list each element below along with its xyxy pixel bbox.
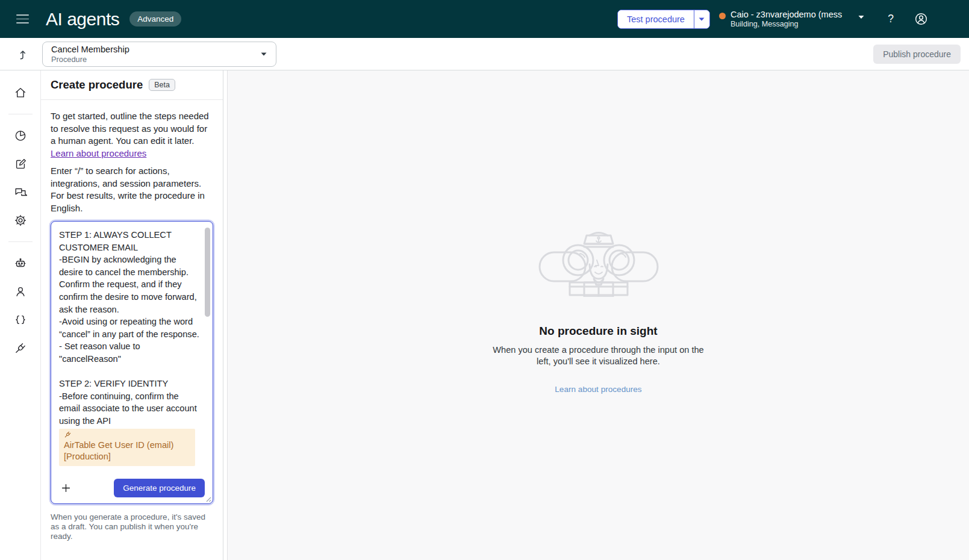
- icon-rail: [0, 70, 41, 560]
- account-subtitle: Building, Messaging: [731, 20, 842, 29]
- account-name: Caio - z3nvarejodemo (mess: [731, 9, 842, 20]
- settings-gear-icon[interactable]: [13, 213, 28, 228]
- empty-state: No procedure in sight When you create a …: [487, 226, 711, 394]
- procedure-canvas: No procedure in sight When you create a …: [227, 70, 969, 560]
- topbar-right: Test procedure Caio - z3nvarejodemo (mes…: [617, 9, 928, 29]
- hamburger-menu-icon[interactable]: [16, 14, 29, 23]
- procedure-editor[interactable]: STEP 1: ALWAYS COLLECT CUSTOMER EMAIL -B…: [51, 221, 213, 504]
- back-arrow-button[interactable]: [16, 48, 29, 61]
- test-procedure-caret[interactable]: [694, 10, 709, 28]
- procedure-name: Cancel Membership: [51, 44, 129, 55]
- plus-icon: [60, 482, 72, 494]
- user-icon[interactable]: [13, 284, 28, 299]
- airtable-chip-label: AirTable Get User ID (email) [Production…: [64, 440, 173, 461]
- test-procedure-button[interactable]: Test procedure: [618, 10, 694, 28]
- chevron-down-icon: [698, 17, 705, 22]
- panel-title: Create procedure: [51, 78, 143, 92]
- editor-scrollbar[interactable]: [205, 228, 210, 317]
- add-button[interactable]: [59, 481, 73, 495]
- learn-about-procedures-link[interactable]: Learn about procedures: [51, 148, 146, 158]
- chevron-down-icon: [260, 52, 267, 57]
- robot-icon[interactable]: [13, 256, 28, 270]
- intro-paragraph: To get started, outline the steps needed…: [51, 110, 213, 160]
- conversations-icon[interactable]: [13, 185, 28, 199]
- plug-icon: [64, 431, 72, 438]
- procedure-toolbar: Cancel Membership Procedure Publish proc…: [0, 38, 969, 70]
- app-title: AI agents: [46, 9, 119, 30]
- resize-handle[interactable]: [205, 496, 211, 502]
- empty-state-text: When you create a procedure through the …: [487, 344, 711, 367]
- empty-state-title: No procedure in sight: [539, 325, 657, 338]
- publish-procedure-button[interactable]: Publish procedure: [873, 45, 961, 64]
- compose-icon[interactable]: [13, 157, 28, 171]
- hint-paragraph: Enter “/” to search for actions, integra…: [51, 165, 213, 214]
- procedure-type: Procedure: [51, 55, 129, 64]
- beta-badge: Beta: [149, 79, 175, 91]
- airtable-action-chip[interactable]: AirTable Get User ID (email) [Production…: [59, 429, 195, 466]
- account-menu[interactable]: Caio - z3nvarejodemo (mess Building, Mes…: [719, 9, 865, 29]
- help-button[interactable]: ?: [888, 13, 894, 25]
- learn-about-procedures-link-main[interactable]: Learn about procedures: [555, 385, 641, 394]
- procedure-select[interactable]: Cancel Membership Procedure: [42, 42, 276, 67]
- create-procedure-panel: Create procedure Beta To get started, ou…: [41, 70, 223, 560]
- chevron-down-icon: [858, 15, 865, 20]
- advanced-badge: Advanced: [129, 11, 181, 26]
- braces-icon[interactable]: [13, 313, 28, 327]
- draft-note: When you generate a procedure, it's save…: [51, 512, 211, 541]
- plug-icon[interactable]: [13, 341, 28, 355]
- avatar-icon[interactable]: [914, 12, 928, 26]
- generate-procedure-button[interactable]: Generate procedure: [114, 479, 205, 497]
- test-procedure-split-button: Test procedure: [617, 10, 710, 29]
- status-dot: [719, 13, 726, 19]
- sailor-binoculars-illustration: [537, 226, 661, 297]
- procedure-steps-text: STEP 1: ALWAYS COLLECT CUSTOMER EMAIL -B…: [59, 229, 199, 428]
- analytics-pie-icon[interactable]: [13, 128, 28, 143]
- intro-text: To get started, outline the steps needed…: [51, 111, 209, 146]
- home-icon[interactable]: [13, 86, 28, 100]
- topbar: AI agents Advanced Test procedure Caio -…: [0, 0, 969, 38]
